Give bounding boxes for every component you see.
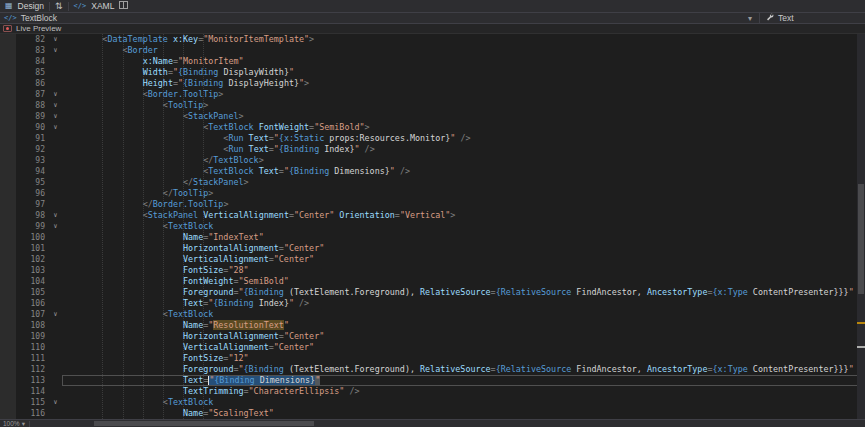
code-line[interactable]: 99∨ <TextBlock	[0, 221, 865, 232]
glyph-margin[interactable]	[0, 265, 16, 276]
code-text[interactable]: <DataTemplate x:Key="MonitorItemTemplate…	[62, 34, 865, 45]
code-line[interactable]: 113 Text="{Binding Dimensions}"	[0, 375, 865, 386]
code-text[interactable]: Foreground="{Binding (TextElement.Foregr…	[62, 364, 865, 375]
code-text[interactable]: <Run Text="{Binding Index}" />	[62, 144, 865, 155]
fold-chevron-icon[interactable]: ∨	[49, 221, 62, 232]
design-tab[interactable]: Design	[18, 1, 44, 11]
glyph-margin[interactable]	[0, 243, 16, 254]
fold-chevron-icon[interactable]: ∨	[49, 34, 62, 45]
code-text[interactable]: FontSize="28"	[62, 265, 865, 276]
glyph-margin[interactable]	[0, 34, 16, 45]
code-line[interactable]: 95 </StackPanel>	[0, 177, 865, 188]
glyph-margin[interactable]	[0, 122, 16, 133]
code-text[interactable]: HorizontalAlignment="Center"	[62, 331, 865, 342]
glyph-margin[interactable]	[0, 67, 16, 78]
code-line[interactable]: 110 VerticalAlignment="Center"	[0, 342, 865, 353]
code-text[interactable]: Height="{Binding DisplayHeight}">	[62, 78, 865, 89]
code-line[interactable]: 97 </Border.ToolTip>	[0, 199, 865, 210]
live-preview-label[interactable]: Live Preview	[16, 24, 61, 33]
glyph-margin[interactable]	[0, 309, 16, 320]
code-text[interactable]: <TextBlock Text="{Binding Dimensions}" /…	[62, 166, 865, 177]
fold-chevron-icon[interactable]: ∨	[49, 89, 62, 100]
code-line[interactable]: 103 FontSize="28"	[0, 265, 865, 276]
code-line[interactable]: 101 HorizontalAlignment="Center"	[0, 243, 865, 254]
glyph-margin[interactable]	[0, 56, 16, 67]
fold-chevron-icon[interactable]: ∨	[49, 100, 62, 111]
glyph-margin[interactable]	[0, 221, 16, 232]
xaml-tab[interactable]: XAML	[91, 1, 114, 11]
code-line[interactable]: 90∨ <TextBlock FontWeight="SemiBold">	[0, 122, 865, 133]
code-line[interactable]: 92 <Run Text="{Binding Index}" />	[0, 144, 865, 155]
code-text[interactable]: Name="ResolutionText"	[62, 320, 865, 331]
horizontal-scrollbar-thumb[interactable]	[94, 421, 314, 426]
live-preview-icon[interactable]	[3, 25, 12, 32]
code-line[interactable]: 88∨ <ToolTip>	[0, 100, 865, 111]
zoom-control[interactable]: 100% ▾	[3, 420, 25, 427]
code-line[interactable]: 111 FontSize="12"	[0, 353, 865, 364]
code-text[interactable]: </Border.ToolTip>	[62, 199, 865, 210]
glyph-margin[interactable]	[0, 386, 16, 397]
code-text[interactable]: Text="{Binding Dimensions}"	[62, 375, 865, 386]
glyph-margin[interactable]	[0, 177, 16, 188]
code-line[interactable]: 112 Foreground="{Binding (TextElement.Fo…	[0, 364, 865, 375]
code-editor[interactable]: 82∨ <DataTemplate x:Key="MonitorItemTemp…	[0, 34, 865, 419]
glyph-margin[interactable]	[0, 397, 16, 408]
code-text[interactable]: </TextBlock>	[62, 155, 865, 166]
glyph-margin[interactable]	[0, 320, 16, 331]
glyph-margin[interactable]	[0, 45, 16, 56]
element-dropdown[interactable]: </> TextBlock ▾	[0, 13, 759, 23]
fold-chevron-icon[interactable]: ∨	[49, 397, 62, 408]
glyph-margin[interactable]	[0, 232, 16, 243]
glyph-margin[interactable]	[0, 254, 16, 265]
glyph-margin[interactable]	[0, 111, 16, 122]
code-line[interactable]: 98∨ <StackPanel VerticalAlignment="Cente…	[0, 210, 865, 221]
code-line[interactable]: 84 x:Name="MonitorItem"	[0, 56, 865, 67]
code-text[interactable]: <TextBlock	[62, 309, 865, 320]
glyph-margin[interactable]	[0, 331, 16, 342]
code-text[interactable]: Name="IndexText"	[62, 232, 865, 243]
code-line[interactable]: 114 TextTrimming="CharacterEllipsis" />	[0, 386, 865, 397]
glyph-margin[interactable]	[0, 100, 16, 111]
glyph-margin[interactable]	[0, 166, 16, 177]
code-line[interactable]: 94 <TextBlock Text="{Binding Dimensions}…	[0, 166, 865, 177]
glyph-margin[interactable]	[0, 78, 16, 89]
code-text[interactable]: Name="ScalingText"	[62, 408, 865, 419]
glyph-margin[interactable]	[0, 199, 16, 210]
code-text[interactable]: <TextBlock	[62, 221, 865, 232]
code-line[interactable]: 85 Width="{Binding DisplayWidth}"	[0, 67, 865, 78]
vertical-scrollbar[interactable]	[857, 34, 865, 419]
code-text[interactable]: FontSize="12"	[62, 353, 865, 364]
glyph-margin[interactable]	[0, 408, 16, 419]
glyph-margin[interactable]	[0, 188, 16, 199]
code-text[interactable]: <TextBlock FontWeight="SemiBold">	[62, 122, 865, 133]
glyph-margin[interactable]	[0, 133, 16, 144]
code-line[interactable]: 100 Name="IndexText"	[0, 232, 865, 243]
fold-chevron-icon[interactable]: ∨	[49, 210, 62, 221]
swap-panes-icon[interactable]: ⇅	[55, 2, 63, 11]
code-text[interactable]: x:Name="MonitorItem"	[62, 56, 865, 67]
fold-chevron-icon[interactable]: ∨	[49, 309, 62, 320]
code-line[interactable]: 86 Height="{Binding DisplayHeight}">	[0, 78, 865, 89]
glyph-margin[interactable]	[0, 276, 16, 287]
code-line[interactable]: 108 Name="ResolutionText"	[0, 320, 865, 331]
glyph-margin[interactable]	[0, 364, 16, 375]
code-text[interactable]: HorizontalAlignment="Center"	[62, 243, 865, 254]
glyph-margin[interactable]	[0, 210, 16, 221]
glyph-margin[interactable]	[0, 144, 16, 155]
code-text[interactable]: </ToolTip>	[62, 188, 865, 199]
code-line[interactable]: 106 Text="{Binding Index}" />	[0, 298, 865, 309]
code-line[interactable]: 107∨ <TextBlock	[0, 309, 865, 320]
code-line[interactable]: 104 FontWeight="SemiBold"	[0, 276, 865, 287]
chevron-down-icon[interactable]: ▾	[748, 14, 755, 23]
property-dropdown[interactable]: Text	[760, 13, 865, 23]
code-text[interactable]: Width="{Binding DisplayWidth}"	[62, 67, 865, 78]
fold-chevron-icon[interactable]: ∨	[49, 45, 62, 56]
code-line[interactable]: 116 Name="ScalingText"	[0, 408, 865, 419]
code-line[interactable]: 115∨ <TextBlock	[0, 397, 865, 408]
code-text[interactable]: <Border.ToolTip>	[62, 89, 865, 100]
code-text[interactable]: VerticalAlignment="Center"	[62, 342, 865, 353]
code-text[interactable]: </StackPanel>	[62, 177, 865, 188]
code-line[interactable]: 82∨ <DataTemplate x:Key="MonitorItemTemp…	[0, 34, 865, 45]
vertical-scrollbar-thumb[interactable]	[858, 184, 864, 294]
code-text[interactable]: <Run Text="{x:Static props:Resources.Mon…	[62, 133, 865, 144]
